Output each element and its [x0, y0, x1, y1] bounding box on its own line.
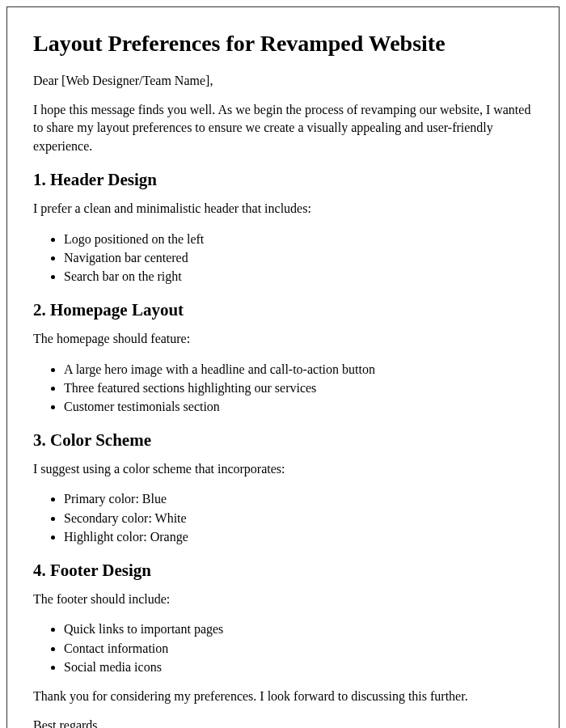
section-lead-2: The homepage should feature: [33, 330, 533, 348]
list-item: Logo positioned on the left [64, 230, 533, 248]
document-page: Layout Preferences for Revamped Website … [6, 6, 560, 728]
list-item: Highlight color: Orange [64, 527, 533, 546]
intro-paragraph: I hope this message finds you well. As w… [33, 101, 533, 155]
section-list-3: Primary color: Blue Secondary color: Whi… [64, 489, 533, 546]
section-heading-3: 3. Color Scheme [33, 430, 533, 451]
list-item: Navigation bar centered [64, 248, 533, 267]
signoff-line-1: Best regards, [33, 717, 533, 728]
list-item: Customer testimonials section [64, 397, 533, 416]
page-title: Layout Preferences for Revamped Website [33, 30, 533, 57]
list-item: A large hero image with a headline and c… [64, 360, 533, 379]
section-lead-4: The footer should include: [33, 590, 533, 608]
list-item: Search bar on the right [64, 267, 533, 286]
section-lead-3: I suggest using a color scheme that inco… [33, 460, 533, 478]
section-heading-4: 4. Footer Design [33, 561, 533, 581]
section-list-2: A large hero image with a headline and c… [64, 360, 533, 417]
section-heading-2: 2. Homepage Layout [33, 300, 533, 320]
section-list-4: Quick links to important pages Contact i… [64, 620, 533, 676]
greeting-line: Dear [Web Designer/Team Name], [33, 72, 533, 90]
list-item: Social media icons [64, 658, 533, 676]
section-lead-1: I prefer a clean and minimalistic header… [33, 200, 533, 218]
section-list-1: Logo positioned on the left Navigation b… [64, 230, 533, 286]
closing-paragraph: Thank you for considering my preferences… [33, 688, 533, 705]
list-item: Three featured sections highlighting our… [64, 379, 533, 397]
signoff-block: Best regards, [Your Name] [33, 717, 533, 728]
list-item: Secondary color: White [64, 509, 533, 527]
list-item: Quick links to important pages [64, 620, 533, 638]
list-item: Contact information [64, 639, 533, 658]
section-heading-1: 1. Header Design [33, 170, 533, 190]
list-item: Primary color: Blue [64, 489, 533, 508]
